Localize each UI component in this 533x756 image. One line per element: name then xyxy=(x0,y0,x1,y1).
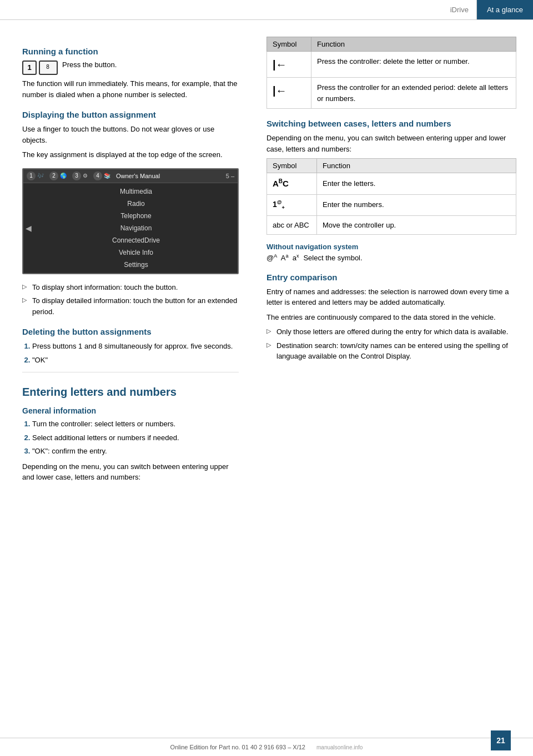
table1-row2-symbol: |← xyxy=(267,78,311,109)
screen-menu-wrapper: ◀ Multimedia Radio Telephone Navigation … xyxy=(23,183,238,273)
running-function-title: Running a function xyxy=(22,47,239,56)
main-content: Running a function 1 8 Press the button.… xyxy=(0,20,533,498)
table1-row1-function: Press the controller: delete the letter … xyxy=(311,52,516,78)
entry-comp-p1: Entry of names and addresses: the select… xyxy=(266,286,516,308)
table2-row1-function: Enter the letters. xyxy=(317,173,516,195)
displaying-bullets: To display short information: touch the … xyxy=(22,282,239,317)
entry-comp-bullet1: Only those letters are offered during th… xyxy=(266,326,516,337)
screen-tab-4: 4 📚 xyxy=(93,172,110,180)
table2-row1-symbol: ABC xyxy=(267,173,317,195)
displaying-p2: The key assignment is displayed at the t… xyxy=(22,149,239,160)
screen-menu-vehicleinfo: Vehicle Info xyxy=(34,246,238,259)
footer-watermark: manualsonline.info xyxy=(316,744,363,750)
screen-menu-multimedia: Multimedia xyxy=(34,185,238,198)
running-function-desc: The function will run immediately. This … xyxy=(22,78,239,100)
entry-comp-bullets: Only those letters are offered during th… xyxy=(266,326,516,362)
button-8-label: 8 xyxy=(46,64,51,70)
screen-menu-radio: Radio xyxy=(34,198,238,210)
general-step-1: Turn the controller: select letters or n… xyxy=(32,419,239,430)
divider xyxy=(22,372,239,372)
displaying-title: Displaying the button assignment xyxy=(22,110,239,119)
table1-row2: |← Press the controller for an extended … xyxy=(267,78,516,109)
without-nav-title: Without navigation system xyxy=(266,243,516,251)
general-step-2: Select additional letters or numbers if … xyxy=(32,432,239,443)
without-nav-text: Select the symbol. xyxy=(303,254,362,262)
page-number: 21 xyxy=(491,730,511,750)
entering-title: Entering letters and numbers xyxy=(22,386,239,399)
table1-row2-function: Press the controller for an extended per… xyxy=(311,78,516,109)
table1-header-symbol: Symbol xyxy=(267,37,311,52)
general-desc: Depending on the menu, you can switch be… xyxy=(22,461,239,483)
table2-row1: ABC Enter the letters. xyxy=(267,173,516,195)
symbol-function-table: Symbol Function ABC Enter the letters. 1… xyxy=(266,158,516,235)
button-1-icon: 1 xyxy=(22,61,37,75)
table2-row2: 1@+ Enter the numbers. xyxy=(267,194,516,215)
entry-comp-bullet2: Destination search: town/city names can … xyxy=(266,340,516,362)
table1-row1: |← Press the controller: delete the lett… xyxy=(267,52,516,78)
screen-menu-telephone: Telephone xyxy=(34,210,238,222)
header-ataglance-label: At a glance xyxy=(477,0,533,19)
screen-tab-owners-manual: Owner's Manual xyxy=(116,173,160,179)
entry-comparison-title: Entry comparison xyxy=(266,273,516,282)
general-steps: Turn the controller: select letters or n… xyxy=(22,419,239,457)
screen-tab-5: 5 – xyxy=(226,173,234,179)
deleting-step-2: "OK" xyxy=(32,355,239,366)
button-8-icon: 8 xyxy=(39,61,58,75)
without-nav-symbols-row: @A Aa ax Select the symbol. xyxy=(266,253,516,262)
table2-row2-symbol: 1@+ xyxy=(267,194,317,215)
general-title: General information xyxy=(22,406,239,415)
screen-tab-3: 3 ⚙ xyxy=(72,172,88,180)
page-footer: Online Edition for Part no. 01 40 2 916 … xyxy=(0,738,533,756)
table1-row1-symbol: |← xyxy=(267,52,311,78)
displaying-p1: Use a finger to touch the buttons. Do no… xyxy=(22,124,239,145)
screen-top-bar: 1 🎶 2 🌎 3 ⚙ 4 📚 Owner's Manual 5 – xyxy=(23,169,238,183)
left-column: Running a function 1 8 Press the button.… xyxy=(0,37,255,487)
table2-header-symbol: Symbol xyxy=(267,159,317,173)
screen-mockup: 1 🎶 2 🌎 3 ⚙ 4 📚 Owner's Manual 5 – xyxy=(22,168,239,274)
deleting-title: Deleting the button assignments xyxy=(22,327,239,336)
screen-tab-2: 2 🌎 xyxy=(49,172,67,180)
table2-row2-function: Enter the numbers. xyxy=(317,194,516,215)
running-function-icon-row: 1 8 Press the button. xyxy=(22,61,239,75)
entry-comp-p2: The entries are continuously compared to… xyxy=(266,312,516,323)
screen-arrow-left-icon: ◀ xyxy=(26,224,32,233)
screen-tab-1: 1 🎶 xyxy=(27,172,44,180)
bullet-short-info: To display short information: touch the … xyxy=(22,282,239,293)
table2-header-function: Function xyxy=(317,159,516,173)
table1-header-function: Function xyxy=(311,37,516,52)
table2-row3: abc or ABC Move the controller up. xyxy=(267,215,516,235)
page-header: iDrive At a glance xyxy=(0,0,533,20)
delete-symbol-table: Symbol Function |← Press the controller:… xyxy=(266,37,516,109)
running-function-press-text: Press the button. xyxy=(62,61,117,69)
switching-desc: Depending on the menu, you can switch be… xyxy=(266,133,516,154)
screen-menu-connecteddrive: ConnectedDrive xyxy=(34,234,238,246)
footer-text: Online Edition for Part no. 01 40 2 916 … xyxy=(170,744,305,750)
without-nav-symbols: @A Aa ax xyxy=(266,253,299,262)
screen-menu-navigation: Navigation xyxy=(34,222,238,234)
table2-row3-symbol: abc or ABC xyxy=(267,215,317,235)
bullet-detailed-info: To display detailed information: touch t… xyxy=(22,295,239,317)
deleting-step-1: Press buttons 1 and 8 simultaneously for… xyxy=(32,341,239,352)
right-column: Symbol Function |← Press the controller:… xyxy=(255,37,533,487)
header-idrive-label: iDrive xyxy=(443,0,477,19)
table2-row3-function: Move the controller up. xyxy=(317,215,516,235)
screen-menu-settings: Settings xyxy=(34,259,238,271)
screen-menu: Multimedia Radio Telephone Navigation Co… xyxy=(34,183,238,273)
switching-title: Switching between cases, letters and num… xyxy=(266,119,516,128)
deleting-steps: Press buttons 1 and 8 simultaneously for… xyxy=(22,341,239,365)
general-step-3: "OK": confirm the entry. xyxy=(32,446,239,457)
